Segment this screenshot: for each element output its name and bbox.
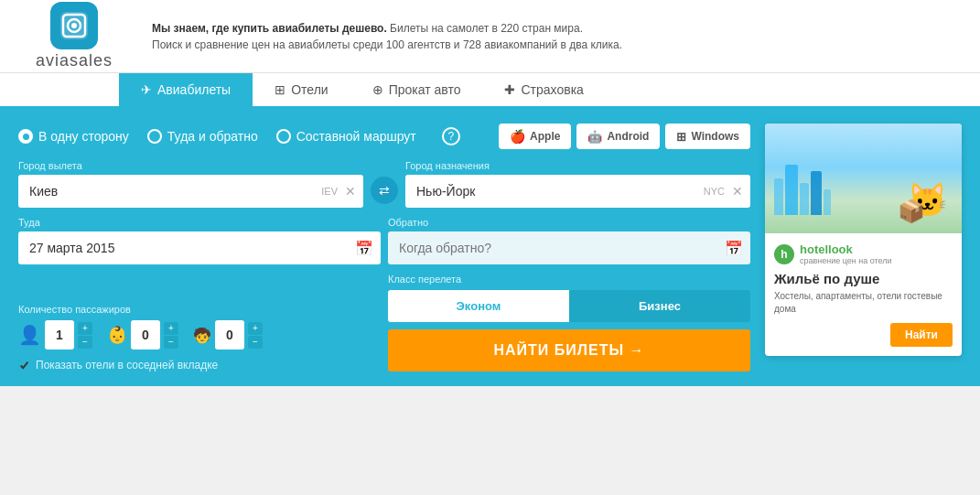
logo-text: aviasales: [36, 51, 113, 70]
child-icon: 👶: [107, 325, 127, 345]
class-search-section: Класс перелета Эконом Бизнес НАЙТИ БИЛЕТ…: [388, 274, 750, 371]
infants-controls: + −: [248, 322, 263, 349]
infants-group: 🧒 0 + −: [193, 320, 263, 350]
dest-clear-button[interactable]: ✕: [732, 184, 743, 199]
radio-one-way-circle: [18, 129, 33, 144]
android-app-button[interactable]: 🤖 Android: [576, 124, 660, 149]
children-count: 0: [131, 320, 160, 350]
pax-label: Количество пассажиров: [18, 304, 381, 315]
passengers-row: 👤 1 + − 👶 0 +: [18, 320, 381, 350]
return-input[interactable]: [388, 231, 750, 264]
ad-logo: h hotellook сравнение цен на отели: [774, 242, 953, 265]
svg-point-3: [71, 23, 77, 28]
radio-one-way[interactable]: В одну сторону: [18, 129, 129, 144]
trip-type-row: В одну сторону Туда и обратно Составной …: [18, 124, 750, 149]
hotel-icon: ⊞: [275, 82, 285, 97]
infants-increment[interactable]: +: [248, 322, 263, 335]
depart-input[interactable]: [18, 231, 381, 264]
ad-box-illustration: 📦: [898, 199, 925, 224]
children-controls: + −: [164, 322, 178, 349]
origin-section: Город вылета IEV ✕: [18, 160, 363, 208]
ad-find-button[interactable]: Найти: [890, 323, 953, 347]
search-button[interactable]: НАЙТИ БИЛЕТЫ →: [388, 329, 750, 371]
passengers-section: Количество пассажиров 👤 1 + −: [18, 304, 381, 371]
economy-class-button[interactable]: Эконом: [388, 290, 569, 322]
nav-aviabilety[interactable]: ✈ Авиабилеты: [119, 73, 253, 109]
depart-section: Туда 📅: [18, 217, 381, 264]
class-section: Класс перелета Эконом Бизнес: [388, 274, 750, 322]
ad-image: 🐱 📦: [765, 124, 962, 233]
ad-desc: Хостелы, апартаменты, отели гостевые дом…: [774, 290, 953, 316]
origin-input[interactable]: [18, 175, 363, 208]
ad-logo-name: hotellook: [800, 242, 892, 256]
nav-insurance[interactable]: ✚ Страховка: [482, 73, 605, 109]
nav-car-rental[interactable]: ⊕ Прокат авто: [350, 73, 483, 109]
radio-round-trip[interactable]: Туда и обратно: [147, 129, 258, 144]
adults-decrement[interactable]: −: [78, 336, 92, 349]
return-section: Обратно 📅: [388, 217, 750, 264]
adults-increment[interactable]: +: [78, 322, 92, 335]
app-buttons: 🍎 Apple 🤖 Android ⊞ Windows: [499, 124, 750, 149]
adults-count: 1: [45, 320, 74, 350]
ad-logo-sub: сравнение цен на отели: [800, 256, 892, 265]
search-form: В одну сторону Туда и обратно Составной …: [18, 124, 750, 371]
ad-panel: 🐱 📦 h hotellook сравнение цен на отели Ж…: [765, 124, 962, 371]
radio-round-trip-circle: [147, 129, 162, 144]
origin-input-wrapper: IEV ✕: [18, 175, 363, 208]
origin-clear-button[interactable]: ✕: [345, 184, 356, 199]
show-hotels-row: Показать отели в соседней вкладке: [18, 359, 381, 371]
adult-icon: 👤: [18, 324, 41, 346]
main-area: В одну сторону Туда и обратно Составной …: [0, 109, 980, 386]
infants-count: 0: [215, 320, 244, 350]
plane-icon: ✈: [141, 82, 152, 97]
logo-area: aviasales: [15, 2, 134, 70]
class-toggle: Эконом Бизнес: [388, 290, 750, 322]
infant-icon: 🧒: [193, 327, 211, 344]
windows-icon: ⊞: [676, 130, 686, 144]
business-class-button[interactable]: Бизнес: [569, 290, 750, 322]
depart-input-wrapper: 📅: [18, 231, 381, 264]
logo-icon: [50, 2, 98, 49]
radio-multi-city-circle: [276, 129, 291, 144]
depart-label: Туда: [18, 217, 381, 228]
trip-radios: В одну сторону Туда и обратно Составной …: [18, 127, 460, 145]
ad-title: Жильё по душе: [774, 271, 953, 286]
apple-icon: 🍎: [510, 129, 525, 144]
navigation: ✈ Авиабилеты ⊞ Отели ⊕ Прокат авто ✚ Стр…: [0, 73, 980, 109]
dest-input[interactable]: [405, 175, 750, 208]
children-decrement[interactable]: −: [164, 336, 178, 349]
show-hotels-checkbox[interactable]: [18, 360, 30, 371]
children-increment[interactable]: +: [164, 322, 178, 335]
return-calendar-icon[interactable]: 📅: [725, 240, 743, 257]
windows-app-button[interactable]: ⊞ Windows: [665, 124, 750, 149]
car-icon: ⊕: [372, 82, 383, 97]
header: aviasales Мы знаем, где купить авиабилет…: [0, 0, 980, 73]
help-icon[interactable]: ?: [442, 127, 460, 145]
ad-content: h hotellook сравнение цен на отели Жильё…: [765, 233, 962, 356]
dest-code: NYC: [704, 186, 725, 197]
dest-input-wrapper: NYC ✕: [405, 175, 750, 208]
swap-button[interactable]: ⇄: [371, 177, 398, 204]
header-tagline: Мы знаем, где купить авиабилеты дешево. …: [152, 20, 622, 53]
origin-code: IEV: [321, 186, 338, 197]
children-group: 👶 0 + −: [107, 320, 178, 350]
apple-app-button[interactable]: 🍎 Apple: [499, 124, 571, 149]
adults-controls: + −: [78, 322, 92, 349]
show-hotels-label[interactable]: Показать отели в соседней вкладке: [36, 359, 218, 371]
return-input-wrapper: 📅: [388, 231, 750, 264]
insurance-icon: ✚: [504, 82, 515, 97]
radio-multi-city[interactable]: Составной маршрут: [276, 129, 416, 144]
adults-group: 👤 1 + −: [18, 320, 92, 350]
dest-label: Город назначения: [405, 160, 750, 171]
depart-calendar-icon[interactable]: 📅: [355, 240, 373, 257]
android-icon: 🤖: [587, 130, 602, 144]
destination-section: Город назначения NYC ✕: [405, 160, 750, 208]
infants-decrement[interactable]: −: [248, 336, 263, 349]
nav-hotels[interactable]: ⊞ Отели: [253, 73, 350, 109]
class-label: Класс перелета: [388, 274, 750, 285]
origin-label: Город вылета: [18, 160, 363, 171]
ad-logo-icon: h: [774, 244, 794, 264]
return-label: Обратно: [388, 217, 750, 228]
